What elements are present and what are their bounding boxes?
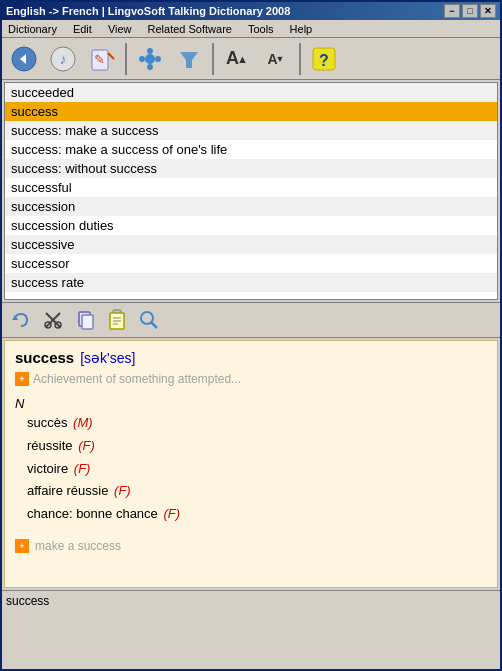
- translation-3: affaire réussie (F): [27, 481, 487, 502]
- trans-gender-3: (F): [114, 483, 131, 498]
- status-text: success: [6, 594, 49, 608]
- themes-icon: [136, 45, 164, 73]
- svg-point-7: [145, 54, 155, 64]
- toolbar-sep-1: [125, 43, 127, 75]
- fontup-button[interactable]: A ▲: [219, 41, 255, 77]
- svg-point-11: [155, 56, 161, 62]
- svg-rect-21: [82, 315, 93, 329]
- definition-phonetic: [sək'ses]: [80, 350, 135, 366]
- paste-button[interactable]: [102, 306, 132, 334]
- svg-point-8: [147, 48, 153, 54]
- word-list-container: succeeded success success: make a succes…: [4, 82, 498, 300]
- svg-point-10: [139, 56, 145, 62]
- word-item-4[interactable]: success: without success: [5, 159, 497, 178]
- word-item-9[interactable]: successor: [5, 254, 497, 273]
- addword-button[interactable]: ✎: [84, 41, 120, 77]
- definition-header: success [sək'ses]: [15, 349, 487, 366]
- fontup-arrow: ▲: [237, 53, 248, 65]
- definition-word: success: [15, 349, 74, 366]
- translations-list: succès (M) réussite (F) victoire (F) aff…: [27, 413, 487, 525]
- word-item-7[interactable]: succession duties: [5, 216, 497, 235]
- help-button[interactable]: ?: [306, 41, 342, 77]
- copy-icon: [74, 309, 96, 331]
- word-item-10[interactable]: success rate: [5, 273, 497, 292]
- maximize-button[interactable]: □: [462, 4, 478, 18]
- toolbar-sep-3: [299, 43, 301, 75]
- word-item-3[interactable]: success: make a success of one's life: [5, 140, 497, 159]
- word-item-5[interactable]: successful: [5, 178, 497, 197]
- fontdn-arrow: ▼: [276, 54, 285, 64]
- trans-word-0: succès: [27, 415, 67, 430]
- secondary-toolbar: [2, 302, 500, 338]
- addword-icon: ✎: [88, 45, 116, 73]
- paste-icon: [106, 309, 128, 331]
- translation-4: chance: bonne chance (F): [27, 504, 487, 525]
- filter-button[interactable]: [171, 41, 207, 77]
- expand-label: make a success: [35, 539, 121, 553]
- back-button[interactable]: [6, 41, 42, 77]
- hint-text: Achievement of something attempted...: [33, 372, 241, 386]
- menu-related-software[interactable]: Related Software: [144, 22, 236, 36]
- word-item-1[interactable]: success: [5, 102, 497, 121]
- definition-area: success [sək'ses] + Achievement of somet…: [4, 340, 498, 588]
- search-icon: [138, 309, 160, 331]
- svg-text:✎: ✎: [94, 52, 105, 67]
- menu-help[interactable]: Help: [286, 22, 317, 36]
- close-button[interactable]: ✕: [480, 4, 496, 18]
- back-icon: [10, 45, 38, 73]
- expand-more-icon[interactable]: +: [15, 539, 29, 553]
- menu-view[interactable]: View: [104, 22, 136, 36]
- undo-icon: [10, 309, 32, 331]
- trans-word-1: réussite: [27, 438, 73, 453]
- word-item-6[interactable]: succession: [5, 197, 497, 216]
- word-list[interactable]: succeeded success success: make a succes…: [5, 83, 497, 299]
- sound-button[interactable]: ♪: [45, 41, 81, 77]
- menu-tools[interactable]: Tools: [244, 22, 278, 36]
- sound-icon: ♪: [49, 45, 77, 73]
- menu-edit[interactable]: Edit: [69, 22, 96, 36]
- trans-gender-2: (F): [74, 461, 91, 476]
- trans-word-2: victoire: [27, 461, 68, 476]
- minimize-button[interactable]: −: [444, 4, 460, 18]
- title-bar-controls: − □ ✕: [444, 4, 496, 18]
- fontdown-button[interactable]: A ▼: [258, 41, 294, 77]
- trans-word-3: affaire réussie: [27, 483, 108, 498]
- translation-2: victoire (F): [27, 459, 487, 480]
- title-bar: English -> French | LingvoSoft Talking D…: [2, 2, 500, 20]
- svg-line-6: [108, 53, 114, 59]
- trans-word-4: chance: bonne chance: [27, 506, 158, 521]
- app-window: English -> French | LingvoSoft Talking D…: [0, 0, 502, 671]
- toolbar-sep-2: [212, 43, 214, 75]
- translation-0: succès (M): [27, 413, 487, 434]
- svg-text:?: ?: [319, 52, 329, 69]
- menu-bar: Dictionary Edit View Related Software To…: [2, 20, 500, 38]
- trans-gender-0: (M): [73, 415, 93, 430]
- copy-button[interactable]: [70, 306, 100, 334]
- word-item-2[interactable]: success: make a success: [5, 121, 497, 140]
- word-item-8[interactable]: successive: [5, 235, 497, 254]
- main-toolbar: ♪ ✎ A ▲: [2, 38, 500, 80]
- themes-button[interactable]: [132, 41, 168, 77]
- definition-hint: + Achievement of something attempted...: [15, 372, 487, 386]
- status-bar: success: [2, 590, 500, 610]
- trans-gender-1: (F): [78, 438, 95, 453]
- cut-icon: [42, 309, 64, 331]
- menu-dictionary[interactable]: Dictionary: [4, 22, 61, 36]
- expand-icon[interactable]: +: [15, 372, 29, 386]
- svg-line-28: [151, 322, 157, 328]
- find-button[interactable]: [134, 306, 164, 334]
- cut-button[interactable]: [38, 306, 68, 334]
- title-bar-text: English -> French | LingvoSoft Talking D…: [6, 5, 290, 17]
- help-icon: ?: [310, 45, 338, 73]
- word-item-0[interactable]: succeeded: [5, 83, 497, 102]
- translation-1: réussite (F): [27, 436, 487, 457]
- svg-marker-12: [180, 52, 198, 68]
- expand-section: + make a success: [15, 539, 487, 553]
- undo-button[interactable]: [6, 306, 36, 334]
- pos-section: N: [15, 396, 487, 411]
- part-of-speech: N: [15, 396, 24, 411]
- filter-icon: [175, 45, 203, 73]
- svg-text:♪: ♪: [60, 51, 67, 67]
- trans-gender-4: (F): [163, 506, 180, 521]
- svg-point-9: [147, 64, 153, 70]
